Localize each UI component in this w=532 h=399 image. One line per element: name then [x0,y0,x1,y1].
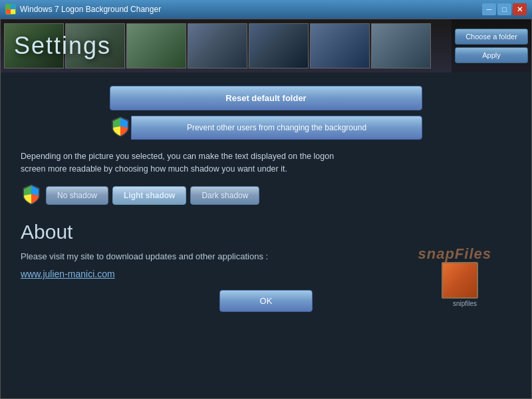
shield-icon-prevent [110,116,131,140]
light-shadow-button[interactable]: Light shadow [112,186,186,205]
right-sidebar: Choose a folder Apply [452,19,531,72]
page-title: Settings [14,32,111,60]
bg-strip: Settings Choose a folder Apply [1,19,531,72]
shield-icon-shadow [21,184,42,207]
about-text: Please visit my site to download updates… [21,250,360,264]
shadow-options-row: No shadow Light shadow Dark shadow [21,184,511,207]
shadow-description: Depending on the picture you selected, y… [21,150,360,176]
main-window: Settings Choose a folder Apply Reset def… [0,19,532,399]
maximize-button[interactable]: □ [497,3,511,15]
settings-label-overlay: Settings [1,19,433,72]
dark-shadow-button[interactable]: Dark shadow [190,186,259,205]
reset-default-folder-button[interactable]: Reset default folder [110,86,422,110]
app-icon [5,4,16,15]
ok-button[interactable]: OK [219,290,313,312]
snipfiles-label: snipfiles [438,300,491,307]
svg-rect-3 [11,9,15,14]
snipfiles-icon [442,262,478,299]
content-area: Reset default folder Prevent other users… [1,72,531,398]
no-shadow-button[interactable]: No shadow [46,186,108,205]
about-title: About [21,221,511,243]
snapfiles-text: snapFiles [418,245,491,262]
choose-folder-button[interactable]: Choose a folder [455,29,528,45]
minimize-button[interactable]: ─ [482,3,496,15]
prevent-btn-row: Prevent other users from changing the ba… [110,116,422,140]
window-controls: ─ □ ✕ [482,3,527,15]
about-link[interactable]: www.julien-manici.com [21,269,511,279]
close-button[interactable]: ✕ [513,3,527,15]
apply-button[interactable]: Apply [455,47,528,63]
snapfiles-watermark: snapFiles [418,245,491,263]
svg-rect-2 [6,9,11,14]
prevent-users-button[interactable]: Prevent other users from changing the ba… [131,116,422,140]
window-title: Windows 7 Logon Background Changer [20,5,482,14]
svg-rect-0 [6,5,11,9]
title-bar: Windows 7 Logon Background Changer ─ □ ✕ [0,0,532,19]
svg-rect-1 [11,5,15,9]
